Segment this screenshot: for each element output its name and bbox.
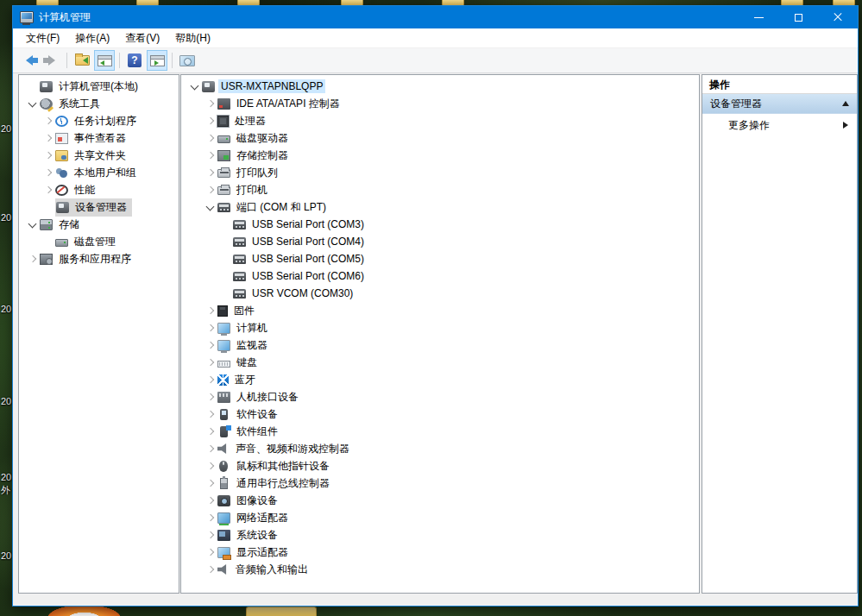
tree-item[interactable]: 网络适配器 — [181, 509, 699, 526]
print-queue-icon — [217, 169, 230, 178]
tree-item[interactable]: 服务和应用程序 — [19, 250, 179, 267]
chevron-collapsed-icon[interactable] — [204, 493, 217, 507]
tree-item[interactable]: 磁盘管理 — [19, 233, 179, 250]
chevron-collapsed-icon[interactable] — [204, 407, 217, 421]
chevron-collapsed-icon[interactable] — [204, 166, 217, 179]
tree-item-label: 软件组件 — [234, 424, 280, 440]
tree-item[interactable]: 打印机 — [181, 181, 699, 198]
chevron-collapsed-icon[interactable] — [204, 390, 217, 404]
chevron-collapsed-icon[interactable] — [204, 321, 217, 335]
tree-item[interactable]: 打印队列 — [181, 164, 699, 181]
chevron-collapsed-icon[interactable] — [204, 459, 217, 473]
tree-item[interactable]: USR-MXTAPNBLQPP — [181, 78, 699, 95]
tree-item[interactable]: 端口 (COM 和 LPT) — [181, 198, 699, 216]
tree-item[interactable]: USB Serial Port (COM3) — [181, 216, 699, 233]
menu-action[interactable]: 操作(A) — [67, 28, 117, 47]
actions-group-device-manager[interactable]: 设备管理器 — [702, 94, 857, 114]
chevron-collapsed-icon[interactable] — [41, 148, 55, 162]
chevron-collapsed-icon[interactable] — [204, 114, 217, 128]
tree-item[interactable]: IDE ATA/ATAPI 控制器 — [181, 95, 699, 112]
chevron-collapsed-icon[interactable] — [41, 114, 55, 128]
tree-item[interactable]: 人机接口设备 — [181, 388, 699, 405]
action-pane-toggle-button[interactable] — [147, 50, 167, 71]
tree-item-label: 软件设备 — [234, 406, 280, 423]
tree-item[interactable]: 固件 — [181, 302, 699, 319]
title-bar[interactable]: 计算机管理 — [13, 6, 858, 28]
chevron-collapsed-icon[interactable] — [204, 131, 217, 145]
tree-item[interactable]: 存储 — [19, 216, 179, 233]
tree-item[interactable]: 处理器 — [181, 112, 699, 129]
more-actions-item[interactable]: 更多操作 — [702, 114, 857, 136]
tree-item[interactable]: 软件组件 — [181, 423, 699, 440]
tree-item[interactable]: 任务计划程序 — [19, 112, 179, 129]
tree-item[interactable]: 设备管理器 — [19, 198, 179, 216]
chevron-expanded-icon[interactable] — [188, 79, 202, 93]
chevron-collapsed-icon[interactable] — [41, 166, 55, 179]
chevron-placeholder — [219, 252, 233, 266]
tree-item[interactable]: USR VCOM (COM30) — [181, 285, 699, 302]
tree-item[interactable]: 计算机管理(本地) — [19, 78, 179, 95]
chevron-collapsed-icon[interactable] — [204, 476, 217, 490]
tree-item-label: 音频输入和输出 — [233, 562, 311, 578]
close-button[interactable] — [818, 6, 858, 28]
tree-item[interactable]: 存储控制器 — [181, 147, 699, 164]
tree-item-label: 事件查看器 — [72, 130, 129, 147]
tree-item[interactable]: USB Serial Port (COM5) — [181, 250, 699, 267]
chevron-collapsed-icon[interactable] — [41, 183, 55, 197]
menu-file[interactable]: 文件(F) — [18, 28, 67, 47]
chevron-collapsed-icon[interactable] — [204, 511, 217, 525]
chevron-collapsed-icon[interactable] — [204, 97, 217, 110]
help-button[interactable] — [124, 50, 145, 71]
chevron-collapsed-icon[interactable] — [204, 355, 217, 369]
chevron-expanded-icon[interactable] — [204, 200, 217, 214]
tree-item[interactable]: 蓝牙 — [181, 371, 699, 388]
tree-item[interactable]: 通用串行总线控制器 — [181, 475, 699, 492]
chevron-collapsed-icon[interactable] — [204, 442, 217, 456]
chevron-collapsed-icon[interactable] — [204, 528, 217, 542]
tree-item[interactable]: 性能 — [19, 181, 179, 198]
submenu-arrow-icon — [843, 122, 848, 129]
tree-item[interactable]: 鼠标和其他指针设备 — [181, 457, 699, 475]
chevron-collapsed-icon[interactable] — [204, 545, 217, 559]
chevron-collapsed-icon[interactable] — [204, 148, 217, 162]
chevron-collapsed-icon[interactable] — [204, 563, 217, 576]
tree-item[interactable]: 声音、视频和游戏控制器 — [181, 440, 699, 457]
back-button[interactable] — [19, 50, 40, 71]
tree-item[interactable]: 软件设备 — [181, 405, 699, 423]
maximize-button[interactable] — [778, 6, 818, 28]
tree-item[interactable]: USB Serial Port (COM6) — [181, 267, 699, 285]
console-tree-toggle-button[interactable] — [94, 50, 115, 71]
menu-help[interactable]: 帮助(H) — [167, 28, 218, 47]
tree-item[interactable]: 系统工具 — [19, 95, 179, 112]
minimize-button[interactable] — [739, 6, 778, 28]
tree-item[interactable]: 音频输入和输出 — [181, 561, 699, 578]
tree-item[interactable]: 本地用户和组 — [19, 164, 179, 181]
tree-item[interactable]: 系统设备 — [181, 526, 699, 544]
tree-item-label: 设备管理器 — [72, 199, 129, 216]
tree-item[interactable]: 监视器 — [181, 336, 699, 354]
tree-item[interactable]: 事件查看器 — [19, 129, 179, 147]
chevron-collapsed-icon[interactable] — [204, 338, 217, 352]
chevron-collapsed-icon[interactable] — [204, 183, 217, 197]
chevron-collapsed-icon[interactable] — [204, 373, 217, 387]
tree-item[interactable]: USB Serial Port (COM4) — [181, 233, 699, 250]
tree-item[interactable]: 图像设备 — [181, 492, 699, 509]
tree-item-label: 处理器 — [232, 113, 268, 129]
chevron-collapsed-icon[interactable] — [41, 131, 55, 145]
tree-item[interactable]: 显示适配器 — [181, 544, 699, 561]
chevron-collapsed-icon[interactable] — [204, 424, 217, 438]
tree-item[interactable]: 计算机 — [181, 319, 699, 336]
chevron-expanded-icon[interactable] — [26, 217, 40, 231]
tree-item[interactable]: 共享文件夹 — [19, 147, 179, 164]
chevron-expanded-icon[interactable] — [26, 97, 40, 110]
chevron-collapsed-icon[interactable] — [204, 304, 217, 317]
properties-button[interactable] — [177, 50, 198, 71]
chevron-collapsed-icon[interactable] — [26, 252, 40, 266]
menu-view[interactable]: 查看(V) — [117, 28, 167, 47]
forward-button[interactable] — [41, 50, 62, 71]
tree-item[interactable]: 磁盘驱动器 — [181, 129, 699, 147]
tree-item[interactable]: 键盘 — [181, 354, 699, 371]
serial-port-icon — [233, 272, 246, 281]
export-list-button[interactable] — [72, 50, 92, 71]
collapse-arrow-icon[interactable] — [842, 101, 849, 106]
